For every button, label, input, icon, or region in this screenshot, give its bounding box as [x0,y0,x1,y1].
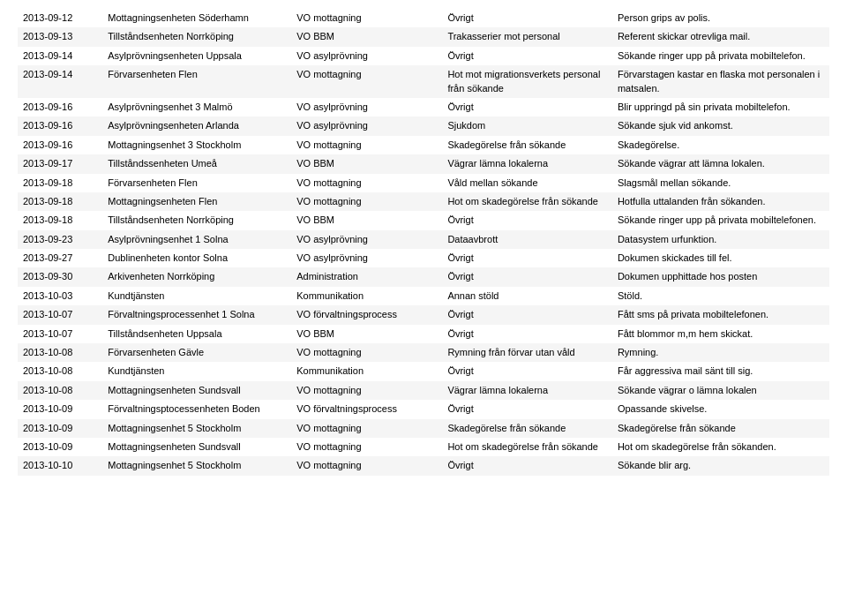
table-cell: 2013-09-13 [18,27,102,46]
table-cell: Förvarsenheten Flen [102,174,291,192]
table-row: 2013-09-18Mottagningsenheten FlenVO mott… [18,192,829,211]
table-cell: Skadegörelse från sökande [442,136,612,154]
table-cell: 2013-09-18 [18,174,102,192]
table-cell: Mottagningsenheten Sundsvall [102,438,291,456]
table-cell: VO förvaltningsprocess [291,305,442,324]
table-row: 2013-10-07Tillståndsenheten UppsalaVO BB… [18,325,829,343]
table-row: 2013-09-16Asylprövningsenheten ArlandaVO… [18,116,829,135]
table-cell: Förvarsenheten Flen [102,65,291,98]
table-row: 2013-09-18Förvarsenheten FlenVO mottagni… [18,174,829,192]
table-cell: 2013-09-16 [18,136,102,154]
table-cell: Vägrar lämna lokalerna [442,381,612,400]
table-row: 2013-09-12Mottagningsenheten SöderhamnVO… [18,9,829,27]
table-cell: Övrigt [442,47,612,65]
table-cell: Tillståndsenheten Norrköping [102,27,291,46]
table-cell: Administration [291,267,442,286]
table-cell: VO asylprövning [291,249,442,267]
table-cell: Övrigt [442,98,612,116]
table-cell: Sökande ringer upp på privata mobiltelef… [612,47,829,65]
table-cell: Övrigt [442,211,612,229]
table-cell: 2013-10-07 [18,305,102,324]
table-cell: Förvaltningsptocessenheten Boden [102,400,291,418]
table-row: 2013-09-30Arkivenheten NorrköpingAdminis… [18,267,829,286]
table-cell: Fått sms på privata mobiltelefonen. [612,305,829,324]
table-row: 2013-09-23Asylprövningsenhet 1 SolnaVO a… [18,230,829,249]
table-cell: Skadegörelse från sökande [442,419,612,438]
table-cell: Opassande skivelse. [612,400,829,418]
table-cell: Tillståndssenheten Umeå [102,154,291,173]
table-cell: Asylprövningsenhet 3 Malmö [102,98,291,116]
table-cell: Övrigt [442,456,612,475]
table-cell: Övrigt [442,249,612,267]
table-cell: Referent skickar otrevliga mail. [612,27,829,46]
table-cell: Tillståndsenheten Uppsala [102,325,291,343]
table-cell: Mottagningsenheten Söderhamn [102,9,291,27]
table-cell: VO BBM [291,154,442,173]
table-cell: 2013-09-23 [18,230,102,249]
table-cell: Skadegörelse från sökande [612,419,829,438]
table-cell: Dublinenheten kontor Solna [102,249,291,267]
table-row: 2013-10-07Förvaltningsprocessenhet 1 Sol… [18,305,829,324]
table-cell: 2013-09-30 [18,267,102,286]
table-cell: Asylprövningsenheten Uppsala [102,47,291,65]
table-cell: 2013-09-17 [18,154,102,173]
table-cell: 2013-09-14 [18,65,102,98]
table-cell: VO mottagning [291,419,442,438]
table-cell: Dokumen skickades till fel. [612,249,829,267]
table-cell: VO asylprövning [291,230,442,249]
table-cell: Övrigt [442,9,612,27]
table-cell: Dokumen upphittade hos posten [612,267,829,286]
table-cell: Skadegörelse. [612,136,829,154]
table-cell: 2013-10-07 [18,325,102,343]
table-cell: VO BBM [291,211,442,229]
table-cell: Våld mellan sökande [442,174,612,192]
table-cell: Mottagningsenhet 5 Stockholm [102,419,291,438]
table-cell: 2013-10-03 [18,287,102,305]
table-row: 2013-10-08Mottagningsenheten SundsvallVO… [18,381,829,400]
table-cell: Rymning från förvar utan våld [442,343,612,362]
table-cell: Sökande vägrar att lämna lokalen. [612,154,829,173]
table-cell: VO mottagning [291,343,442,362]
table-cell: Hot mot migrationsverkets personal från … [442,65,612,98]
table-cell: VO mottagning [291,174,442,192]
table-cell: VO mottagning [291,381,442,400]
table-row: 2013-10-10Mottagningsenhet 5 StockholmVO… [18,456,829,475]
table-cell: 2013-09-14 [18,47,102,65]
table-cell: Tillståndsenheten Norrköping [102,211,291,229]
table-cell: Fått blommor m,m hem skickat. [612,325,829,343]
incidents-table: 2013-09-12Mottagningsenheten SöderhamnVO… [18,9,829,476]
table-row: 2013-09-14Förvarsenheten FlenVO mottagni… [18,65,829,98]
table-cell: 2013-10-09 [18,438,102,456]
table-cell: Förvaltningsprocessenhet 1 Solna [102,305,291,324]
table-cell: 2013-09-27 [18,249,102,267]
table-cell: Förvarstagen kastar en flaska mot person… [612,65,829,98]
table-cell: VO mottagning [291,456,442,475]
table-cell: VO asylprövning [291,47,442,65]
table-cell: VO mottagning [291,65,442,98]
table-cell: Hot om skadegörelse från sökanden. [612,438,829,456]
table-row: 2013-09-18Tillståndsenheten NorrköpingVO… [18,211,829,229]
table-cell: VO mottagning [291,9,442,27]
table-cell: Asylprövningsenheten Arlanda [102,116,291,135]
table-cell: Kommunikation [291,362,442,380]
table-row: 2013-09-16Mottagningsenhet 3 StockholmVO… [18,136,829,154]
table-cell: 2013-10-08 [18,362,102,380]
table-row: 2013-10-09Mottagningsenhet 5 StockholmVO… [18,419,829,438]
table-cell: Kundtjänsten [102,287,291,305]
table-cell: Övrigt [442,305,612,324]
table-cell: Arkivenheten Norrköping [102,267,291,286]
table-cell: Datasystem urfunktion. [612,230,829,249]
table-cell: 2013-10-10 [18,456,102,475]
table-cell: VO BBM [291,27,442,46]
table-row: 2013-10-09Förvaltningsptocessenheten Bod… [18,400,829,418]
table-cell: Hot om skadegörelse från sökande [442,192,612,211]
table-cell: Sökande ringer upp på privata mobiltelef… [612,211,829,229]
table-cell: Hotfulla uttalanden från sökanden. [612,192,829,211]
table-cell: 2013-10-08 [18,343,102,362]
table-cell: Slagsmål mellan sökande. [612,174,829,192]
table-cell: Mottagningsenhet 3 Stockholm [102,136,291,154]
table-cell: Stöld. [612,287,829,305]
table-cell: 2013-10-08 [18,381,102,400]
table-row: 2013-10-08Förvarsenheten GävleVO mottagn… [18,343,829,362]
table-cell: Annan stöld [442,287,612,305]
